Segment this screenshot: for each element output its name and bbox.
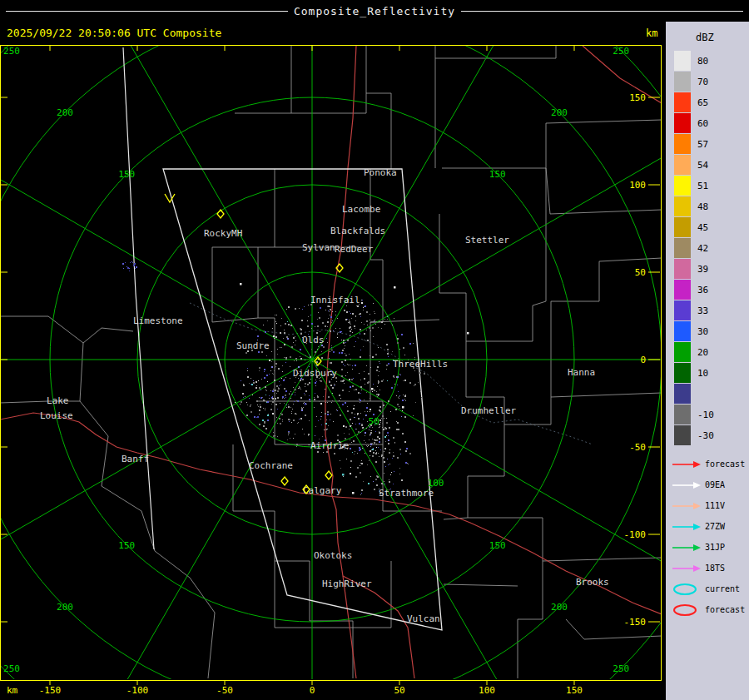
track-arrow-icon [671,520,702,534]
right-axis-label: -150 [624,617,647,628]
ring-distance-label: 200 [551,602,568,613]
right-axis-label: 100 [629,180,646,191]
colorbar-value: 20 [697,347,708,358]
colorbar-value: 57 [697,139,708,150]
colorbar-swatch [674,321,691,341]
city-label: Airdrie [310,440,349,451]
colorbar-value: -30 [697,430,714,441]
colorbar-row: 30 [674,321,749,341]
colorbar-swatch [674,51,691,71]
colorbar-row: 60 [674,113,749,133]
colorbar-row: 48 [674,196,749,216]
colorbar-swatch [674,217,691,237]
colorbar-value: 33 [697,305,708,316]
xaxis-unit-label: km [7,685,18,696]
colorbar-swatch [674,196,691,216]
track-arrow-icon [671,541,702,554]
radar-app: Composite_Reflectivity 2025/09/22 20:50:… [0,0,749,700]
track-ellipse-icon [671,583,702,596]
ring-distance-label: 200 [57,107,73,118]
city-label: Sundre [236,340,270,351]
city-label: Lake [47,395,69,406]
storm-track-legend: forecast09EA111V27ZW31JP18TScurrentforec… [666,454,749,620]
colorbar-value: 51 [697,181,708,191]
bottom-axis-label: 50 [394,685,404,696]
colorbar-value: 48 [697,201,708,212]
storm-cell-marker [467,332,469,335]
ring-distance-label: 200 [57,602,73,613]
colorbar-swatch [674,342,691,362]
colorbar-value: 60 [697,118,708,129]
colorbar-row: -30 [674,425,749,445]
colorbar-swatch [674,113,691,133]
colorbar-swatch [674,425,691,445]
track-label: forecast [705,459,745,469]
colorbar-swatch [674,363,691,383]
city-label: ThreeHills [393,359,448,370]
ring-distance-label: 150 [489,169,506,180]
ring-distance-label: 250 [613,46,629,57]
colorbar-row: 20 [674,342,749,362]
map-header: 2025/09/22 20:50:06 UTC Composite km [0,22,666,43]
track-legend-row: forecast [671,454,749,474]
right-axis-label: 150 [629,92,646,103]
city-label: Okotoks [314,550,352,561]
track-label: 09EA [705,480,725,489]
city-label: RockyMH [204,228,242,239]
colorbar-row: 10 [674,363,749,383]
colorbar-value: 10 [697,368,708,379]
ring-distance-label: 150 [118,169,135,180]
city-label: Drumheller [461,405,517,416]
bottom-axis-label: -50 [216,685,233,696]
colorbar-value: 65 [697,97,708,108]
colorbar-swatch [674,300,691,320]
colorbar-row: 65 [674,92,749,112]
storm-cell-marker [402,406,404,409]
colorbar-value: 54 [697,160,708,171]
city-label: Didsbury [293,368,337,379]
colorbar-swatch [674,134,691,154]
colorbar-swatch [674,72,691,92]
bottom-axis-label: -100 [126,685,149,696]
colorbar-swatch [674,405,691,424]
track-legend-row: 31JP [671,537,749,558]
right-axis-label: 50 [635,267,646,278]
storm-cell-marker [240,283,242,285]
ring-distance-label: 150 [489,540,506,551]
city-label: Strathmore [379,488,434,499]
city-label: HighRiver [322,578,372,589]
bottom-axis-label: 0 [310,685,315,696]
track-label: 27ZW [705,522,725,531]
right-axis-label: -50 [629,442,646,453]
colorbar-row: 45 [674,217,749,237]
ring-distance-label: 50 [369,416,379,427]
track-label: 31JP [705,543,725,552]
track-label: 18TS [705,563,725,573]
ring-distance-label: 250 [3,663,20,674]
colorbar-swatch [674,280,691,300]
track-legend-row: 111V [671,495,749,516]
city-label: Blackfalds [330,226,385,236]
colorbar-value: 36 [697,285,708,295]
track-label: current [705,584,740,593]
ring-distance-label: 200 [551,107,568,118]
window-title: Composite_Reflectivity [294,5,455,17]
track-legend-row: current [671,578,749,599]
bottom-axis-label: 150 [566,685,583,696]
colorbar-row: -10 [674,405,749,424]
legend-panel: dBZ 80706560575451484542393633302010-10-… [666,22,749,700]
city-label: Stettler [465,235,509,246]
track-label: forecast [705,605,745,614]
colorbar-row: 39 [674,259,749,279]
city-label: Innisfail [310,295,360,305]
track-legend-row: forecast [671,599,749,620]
bottom-axis-label: -150 [39,685,62,696]
city-label: Olds [302,335,325,345]
colorbar-swatch [674,92,691,112]
colorbar-row: 57 [674,134,749,154]
colorbar-value: -10 [697,410,714,420]
colorbar-row: 54 [674,155,749,175]
colorbar-row [674,384,749,404]
city-label: Vulcan [407,613,440,624]
radar-map-canvas[interactable]: 2502001502502001505010015020025015020025… [0,43,666,700]
